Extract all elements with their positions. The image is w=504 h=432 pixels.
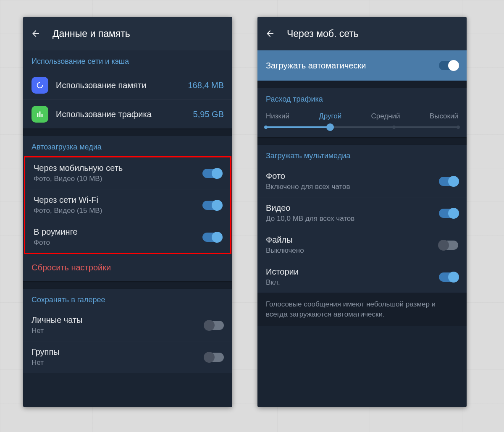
slider-label-low: Низкий (266, 112, 289, 120)
chart-icon (32, 106, 48, 123)
slider-label-high: Высокий (430, 112, 458, 120)
row-stories[interactable]: Истории Вкл. (257, 261, 467, 293)
voice-note-info: Голосовые сообщения имеют небольшой разм… (257, 293, 467, 326)
toggle-groups[interactable] (205, 353, 224, 362)
toggle-photo[interactable] (439, 177, 458, 186)
toggle-video[interactable] (439, 209, 458, 218)
divider (23, 128, 232, 136)
page-title: Данные и память (52, 28, 130, 39)
slider-track[interactable] (266, 126, 458, 128)
row-sub: Вкл. (266, 278, 439, 287)
row-value: 5,95 GB (193, 110, 224, 119)
row-master-autodownload[interactable]: Загружать автоматически (257, 50, 467, 81)
reset-label: Сбросить настройки (32, 263, 111, 272)
section-header-autodownload: Автозагрузка медиа (23, 136, 232, 157)
screen-data-and-storage: Данные и память Использование сети и кэш… (23, 17, 232, 407)
section-header-usage: Использование сети и кэша (23, 50, 232, 71)
row-sub: Нет (32, 359, 205, 367)
section-autodownload: Автозагрузка медиа Через мобильную сеть … (23, 136, 232, 281)
row-sub: Выключено (266, 246, 439, 255)
row-sub: Фото, Видео (15 MB) (34, 207, 202, 215)
slider-thumb[interactable] (326, 123, 334, 131)
master-label: Загружать автоматически (266, 61, 439, 71)
slider-labels: Низкий Другой Средний Высокий (266, 112, 458, 120)
header: Через моб. сеть (257, 17, 467, 50)
row-data-usage[interactable]: Использование трафика 5,95 GB (23, 100, 232, 128)
row-groups[interactable]: Группы Нет (23, 341, 232, 373)
slider-label-medium: Средний (371, 112, 400, 120)
back-button[interactable] (31, 29, 41, 39)
arrow-left-icon (31, 29, 41, 39)
traffic-slider[interactable]: Низкий Другой Средний Высокий (257, 112, 467, 137)
divider (23, 281, 232, 289)
row-label: Файлы (266, 235, 439, 245)
arrow-left-icon (265, 29, 275, 39)
slider-tick (264, 126, 268, 129)
row-private-chats[interactable]: Личные чаты Нет (23, 309, 232, 341)
row-label: Группы (32, 347, 205, 357)
row-sub: Включено для всех чатов (266, 183, 439, 191)
row-label: Истории (266, 267, 439, 277)
row-wifi[interactable]: Через сети Wi-Fi Фото, Видео (15 MB) (25, 189, 230, 221)
row-label: Фото (266, 171, 439, 181)
row-label: Использование трафика (56, 110, 193, 119)
row-sub: Нет (32, 327, 205, 335)
section-traffic: Расход трафика Низкий Другой Средний Выс… (257, 88, 467, 137)
back-button[interactable] (265, 29, 275, 39)
section-media-types: Загружать мультимедиа Фото Включено для … (257, 145, 467, 293)
storage-icon (32, 77, 48, 94)
row-label: В роуминге (34, 227, 202, 237)
slider-fill (266, 126, 330, 128)
row-value: 168,4 MB (188, 81, 224, 90)
toggle-wifi[interactable] (202, 201, 222, 210)
toggle-private[interactable] (205, 321, 224, 330)
row-mobile-data[interactable]: Через мобильную сеть Фото, Видео (10 MB) (25, 157, 230, 189)
section-header-media: Загружать мультимедиа (257, 145, 467, 165)
row-sub: Фото (34, 238, 202, 247)
page-title: Через моб. сеть (287, 28, 359, 39)
section-header-gallery: Сохранять в галерее (23, 289, 232, 309)
row-label: Через сети Wi-Fi (34, 195, 202, 205)
section-gallery: Сохранять в галерее Личные чаты Нет Груп… (23, 289, 232, 373)
row-label: Видео (266, 203, 439, 213)
highlight-annotation: Через мобильную сеть Фото, Видео (10 MB)… (24, 156, 231, 254)
row-label: Через мобильную сеть (34, 163, 202, 173)
row-video[interactable]: Видео До 10,0 MB для всех чатов (257, 197, 467, 229)
row-sub: До 10,0 MB для всех чатов (266, 215, 439, 223)
section-usage: Использование сети и кэша Использование … (23, 50, 232, 128)
slider-label-other: Другой (319, 112, 341, 120)
slider-tick (392, 126, 396, 129)
section-header-traffic: Расход трафика (257, 88, 467, 109)
row-label: Использование памяти (56, 81, 188, 90)
screen-mobile-network: Через моб. сеть Загружать автоматически … (257, 17, 467, 407)
toggle-mobile[interactable] (202, 169, 222, 178)
toggle-roaming[interactable] (202, 233, 222, 242)
row-reset-settings[interactable]: Сбросить настройки (23, 254, 232, 281)
row-files[interactable]: Файлы Выключено (257, 229, 467, 261)
slider-tick (457, 126, 460, 129)
row-storage-usage[interactable]: Использование памяти 168,4 MB (23, 71, 232, 100)
toggle-stories[interactable] (439, 272, 458, 282)
header: Данные и память (23, 17, 232, 50)
row-photo[interactable]: Фото Включено для всех чатов (257, 165, 467, 197)
divider (257, 137, 467, 145)
row-roaming[interactable]: В роуминге Фото (25, 221, 230, 253)
row-sub: Фото, Видео (10 MB) (34, 175, 202, 183)
toggle-files[interactable] (439, 241, 458, 250)
row-label: Личные чаты (32, 315, 205, 325)
toggle-master[interactable] (439, 61, 458, 70)
divider (257, 81, 467, 88)
